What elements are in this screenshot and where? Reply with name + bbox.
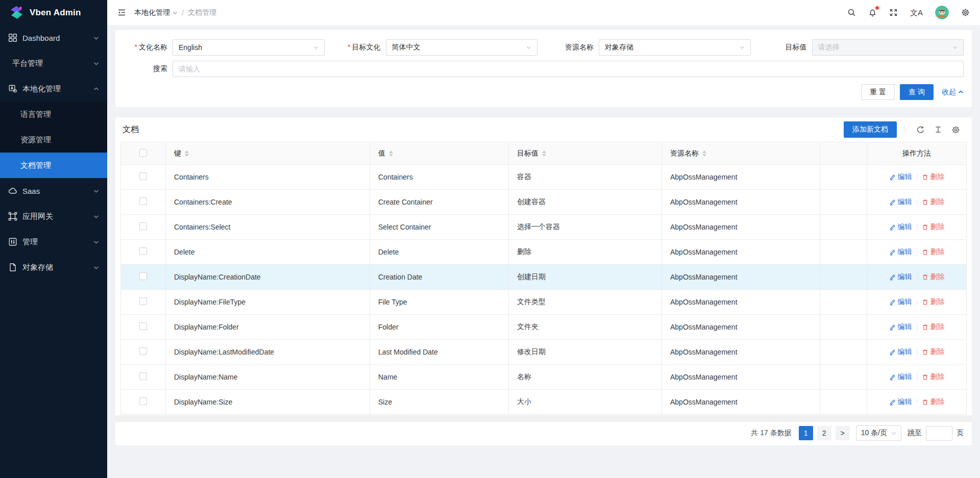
pagination: 共 17 条数据 1 2 > 10 条/页 跳至 页 <box>115 422 972 445</box>
edit-button[interactable]: 编辑 <box>889 322 912 332</box>
cell-value: Containers <box>370 165 509 190</box>
delete-button[interactable]: 删除 <box>922 272 945 282</box>
cell-target: 大小 <box>509 390 662 415</box>
resource-name-select[interactable]: 对象存储 <box>599 39 751 56</box>
chevron-down-icon <box>93 35 99 41</box>
sidebar-item-storage[interactable]: 对象存储 <box>0 255 107 280</box>
jump-page-input[interactable] <box>926 426 952 441</box>
edit-button[interactable]: 编辑 <box>889 297 912 307</box>
row-checkbox[interactable] <box>139 297 147 305</box>
query-button[interactable]: 查 询 <box>900 84 934 100</box>
table-title: 文档 <box>122 124 139 135</box>
delete-button[interactable]: 删除 <box>922 172 945 182</box>
delete-button[interactable]: 删除 <box>922 322 945 332</box>
edit-button[interactable]: 编辑 <box>889 247 912 257</box>
next-page-button[interactable]: > <box>836 426 850 440</box>
table-row: Containers Containers 容器 AbpOssManagemen… <box>121 165 967 190</box>
column-settings-icon[interactable] <box>951 125 960 134</box>
avatar[interactable] <box>935 6 949 19</box>
edit-button[interactable]: 编辑 <box>889 272 912 282</box>
edit-button[interactable]: 编辑 <box>889 372 912 382</box>
page-button-1[interactable]: 1 <box>799 426 813 440</box>
sidebar-item-saas[interactable]: Saas <box>0 178 107 204</box>
delete-button[interactable]: 删除 <box>922 372 945 382</box>
delete-button[interactable]: 删除 <box>922 222 945 232</box>
table-row: DisplayName:LastModifiedDate Last Modifi… <box>121 340 967 365</box>
delete-button[interactable]: 删除 <box>922 247 945 257</box>
sidebar-item-platform[interactable]: 平台管理 <box>0 51 107 76</box>
cell-key: Containers <box>166 165 370 190</box>
sort-icon[interactable] <box>542 150 546 157</box>
cell-target: 文件夹 <box>509 315 662 340</box>
row-height-icon[interactable] <box>934 125 942 134</box>
add-document-button[interactable]: 添加新文档 <box>844 121 897 138</box>
sidebar-item-label: Dashboard <box>22 34 93 42</box>
notification-badge <box>875 6 879 10</box>
bell-icon[interactable] <box>868 8 877 17</box>
sidebar-item-resource[interactable]: 资源管理 <box>0 127 107 153</box>
cell-value: Last Modified Date <box>370 340 509 365</box>
cell-resource: AbpOssManagement <box>662 215 820 240</box>
row-checkbox[interactable] <box>139 372 147 380</box>
sidebar-item-localization[interactable]: 本地化管理 <box>0 76 107 102</box>
edit-button[interactable]: 编辑 <box>889 397 912 407</box>
sort-icon[interactable] <box>702 150 706 157</box>
refresh-icon[interactable] <box>916 125 925 134</box>
document-table-card: 文档 添加新文档 <box>115 117 972 445</box>
table-row-highlighted: DisplayName:CreationDate Creation Date 创… <box>121 265 967 290</box>
settings-icon[interactable] <box>961 8 970 17</box>
page-size-select[interactable]: 10 条/页 <box>856 425 901 441</box>
collapse-sidebar-icon[interactable] <box>117 8 126 17</box>
gateway-icon <box>8 212 17 221</box>
cell-resource: AbpOssManagement <box>662 165 820 190</box>
page-button-2[interactable]: 2 <box>817 426 831 440</box>
row-checkbox[interactable] <box>139 347 147 355</box>
table-row: Delete Delete 删除 AbpOssManagement 编辑 删除 <box>121 240 967 265</box>
row-checkbox[interactable] <box>139 272 147 280</box>
select-all-checkbox[interactable] <box>139 149 147 157</box>
app-logo[interactable]: Vben Admin <box>0 0 107 25</box>
cell-value: File Type <box>370 290 509 315</box>
horizontal-scrollbar[interactable] <box>115 415 972 422</box>
sort-icon[interactable] <box>185 150 189 157</box>
breadcrumb-item-localization[interactable]: 本地化管理 <box>134 8 178 17</box>
chevron-up-icon <box>93 86 99 92</box>
cell-target: 文件类型 <box>509 290 662 315</box>
row-checkbox[interactable] <box>139 222 147 230</box>
sidebar-item-language[interactable]: 语言管理 <box>0 102 107 127</box>
sidebar-item-manage[interactable]: 管理 <box>0 229 107 255</box>
row-checkbox[interactable] <box>139 172 147 180</box>
culture-name-select[interactable]: English <box>173 39 325 56</box>
row-checkbox[interactable] <box>139 247 147 255</box>
delete-button[interactable]: 删除 <box>922 197 945 207</box>
edit-button[interactable]: 编辑 <box>889 172 912 182</box>
jump-prefix-label: 跳至 <box>908 429 922 438</box>
cell-value: Size <box>370 390 509 415</box>
search-input[interactable] <box>179 61 958 77</box>
reset-button[interactable]: 重 置 <box>861 84 895 100</box>
delete-button[interactable]: 删除 <box>922 397 945 407</box>
sidebar-menu: Dashboard 平台管理 本地化管理 <box>0 25 107 478</box>
cell-empty <box>820 190 867 215</box>
sort-icon[interactable] <box>389 150 393 157</box>
table-row: Containers:Create Create Container 创建容器 … <box>121 190 967 215</box>
translate-icon[interactable]: 文A <box>910 9 923 17</box>
edit-button[interactable]: 编辑 <box>889 222 912 232</box>
target-value-select[interactable]: 请选择 <box>812 39 964 56</box>
search-icon[interactable] <box>847 8 856 17</box>
field-culture-name: *文化名称 English <box>124 39 325 56</box>
delete-button[interactable]: 删除 <box>922 297 945 307</box>
sidebar-item-document[interactable]: 文档管理 <box>0 153 107 178</box>
sidebar-item-gateway[interactable]: 应用网关 <box>0 204 107 229</box>
delete-button[interactable]: 删除 <box>922 347 945 357</box>
row-checkbox[interactable] <box>139 197 147 205</box>
row-checkbox[interactable] <box>139 397 147 405</box>
fullscreen-icon[interactable] <box>889 8 898 17</box>
target-culture-select[interactable]: 简体中文 <box>386 39 538 56</box>
row-checkbox[interactable] <box>139 322 147 330</box>
sidebar-item-dashboard[interactable]: Dashboard <box>0 25 107 51</box>
table-row: DisplayName:Name Name 名称 AbpOssManagemen… <box>121 365 967 390</box>
edit-button[interactable]: 编辑 <box>889 197 912 207</box>
collapse-filter-link[interactable]: 收起 <box>942 88 964 97</box>
edit-button[interactable]: 编辑 <box>889 347 912 357</box>
